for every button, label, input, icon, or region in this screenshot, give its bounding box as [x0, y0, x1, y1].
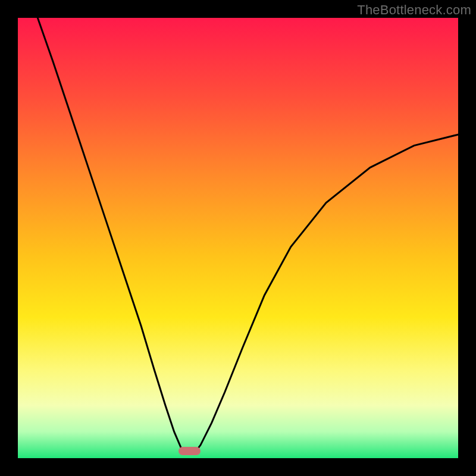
chart-frame: TheBottleneck.com: [0, 0, 476, 476]
curve-layer: [18, 18, 458, 458]
watermark-text: TheBottleneck.com: [357, 2, 471, 18]
minimum-marker: [178, 447, 201, 455]
curve-left-branch: [37, 18, 185, 454]
curve-right-branch: [194, 134, 458, 454]
plot-area: [18, 18, 458, 458]
